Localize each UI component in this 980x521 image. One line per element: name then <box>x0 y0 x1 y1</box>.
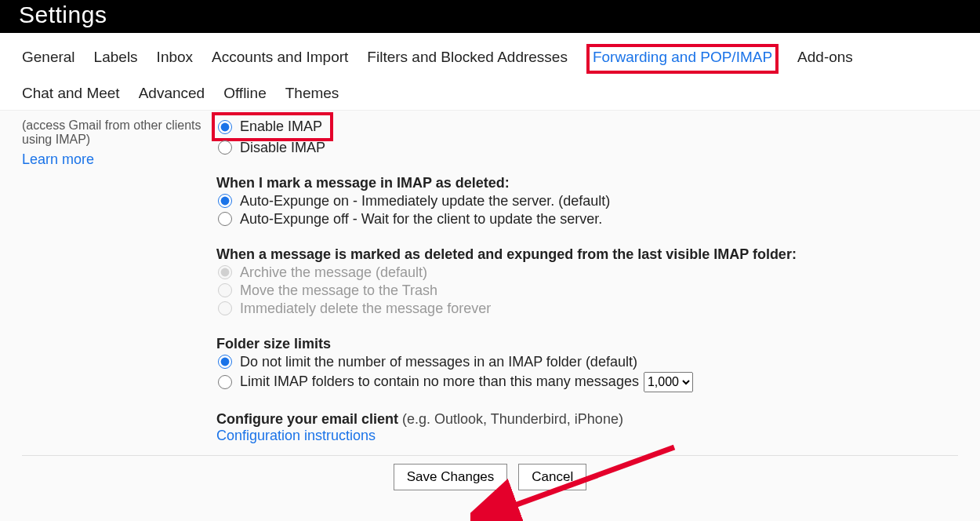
tab-labels[interactable]: Labels <box>94 44 138 74</box>
exp-trash-row: Move the message to the Trash <box>216 282 958 299</box>
settings-tabs: General Labels Inbox Accounts and Import… <box>0 33 980 111</box>
tab-accounts-and-import[interactable]: Accounts and Import <box>212 44 348 74</box>
configure-text-bold: Configure your email client <box>216 411 398 427</box>
enable-imap-label: Enable IMAP <box>240 118 322 135</box>
folder-limited-label: Limit IMAP folders to contain no more th… <box>240 373 639 390</box>
disable-imap-row[interactable]: Disable IMAP <box>216 140 958 156</box>
tab-inbox[interactable]: Inbox <box>157 44 193 74</box>
tab-advanced[interactable]: Advanced <box>139 80 205 110</box>
hint-line-2: using IMAP) <box>22 133 216 147</box>
expunged-folder-title: When a message is marked as deleted and … <box>216 246 958 263</box>
expunge-off-radio[interactable] <box>218 212 232 226</box>
expunge-on-row[interactable]: Auto-Expunge on - Immediately update the… <box>216 193 958 209</box>
tab-themes[interactable]: Themes <box>285 80 339 110</box>
enable-imap-radio[interactable] <box>218 120 232 134</box>
folder-unlimited-label: Do not limit the number of messages in a… <box>240 354 637 370</box>
configuration-instructions-link[interactable]: Configuration instructions <box>216 428 376 443</box>
exp-delete-label: Immediately delete the message forever <box>240 301 491 317</box>
=Xfooter-buttons: Save Changes Cancel <box>0 456 980 490</box>
tab-offline[interactable]: Offline <box>223 80 267 110</box>
imap-access-hint: (access Gmail from other clients using I… <box>22 115 216 444</box>
expunge-on-label: Auto-Expunge on - Immediately update the… <box>240 193 610 209</box>
enable-imap-highlight: Enable IMAP <box>216 117 328 137</box>
tab-filters-and-blocked[interactable]: Filters and Blocked Addresses <box>367 44 568 74</box>
folder-size-title: Folder size limits <box>216 336 958 352</box>
exp-delete-row: Immediately delete the message forever <box>216 301 958 317</box>
expunge-off-row[interactable]: Auto-Expunge off - Wait for the client t… <box>216 211 958 228</box>
tab-add-ons[interactable]: Add-ons <box>797 44 853 74</box>
disable-imap-label: Disable IMAP <box>240 140 325 156</box>
tab-chat-and-meet[interactable]: Chat and Meet <box>22 80 120 110</box>
folder-limited-radio[interactable] <box>218 375 232 389</box>
learn-more-link[interactable]: Learn more <box>22 151 216 168</box>
tab-forwarding-pop-imap[interactable]: Forwarding and POP/IMAP <box>586 44 779 74</box>
header-bar: Settings <box>0 0 980 33</box>
deleted-title: When I mark a message in IMAP as deleted… <box>216 175 958 191</box>
imap-settings-main: Enable IMAP Disable IMAP When I mark a m… <box>216 115 958 444</box>
exp-trash-radio <box>218 283 232 297</box>
expunge-off-label: Auto-Expunge off - Wait for the client t… <box>240 211 602 228</box>
configure-text-paren: (e.g. Outlook, Thunderbird, iPhone) <box>402 411 623 427</box>
exp-trash-label: Move the message to the Trash <box>240 282 437 299</box>
exp-archive-radio <box>218 265 232 279</box>
folder-unlimited-radio[interactable] <box>218 355 232 369</box>
disable-imap-radio[interactable] <box>218 140 232 155</box>
configure-line: Configure your email client (e.g. Outloo… <box>216 411 958 428</box>
folder-limited-row[interactable]: Limit IMAP folders to contain no more th… <box>216 372 958 392</box>
exp-archive-row: Archive the message (default) <box>216 264 958 281</box>
enable-imap-row[interactable]: Enable IMAP <box>216 118 322 135</box>
cancel-button[interactable]: Cancel <box>518 464 586 490</box>
exp-archive-label: Archive the message (default) <box>240 264 427 281</box>
folder-unlimited-row[interactable]: Do not limit the number of messages in a… <box>216 354 958 370</box>
expunge-on-radio[interactable] <box>218 194 232 208</box>
exp-delete-radio <box>218 301 232 315</box>
folder-limit-select[interactable]: 1,000 <box>644 372 693 392</box>
save-changes-button[interactable]: Save Changes <box>394 464 508 490</box>
hint-line-1: (access Gmail from other clients <box>22 118 216 133</box>
page-title: Settings <box>19 2 961 28</box>
tab-general[interactable]: General <box>22 44 75 74</box>
